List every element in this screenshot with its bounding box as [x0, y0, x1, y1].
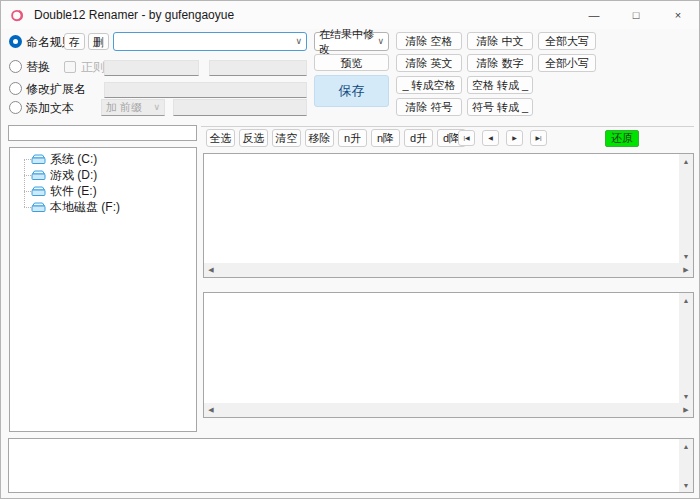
- scope-dropdown-value: 在结果中修改: [319, 27, 377, 57]
- scroll-right-button[interactable]: ▶: [679, 403, 693, 417]
- list-toolbar: 全选反选清空移除n升n降d升d降: [206, 129, 466, 147]
- quick-action-button[interactable]: _ 转成空格: [396, 76, 462, 94]
- vertical-scrollbar[interactable]: ▲ ▼: [679, 154, 693, 263]
- file-list-preview[interactable]: ▲ ▼ ◀ ▶: [203, 292, 694, 418]
- tree-item-drive[interactable]: 系统 (C:): [10, 151, 196, 167]
- app-icon: [11, 8, 26, 23]
- modify-extension-radio[interactable]: [9, 82, 22, 95]
- list-toolbar-button[interactable]: 全选: [206, 129, 235, 147]
- drive-icon: [31, 202, 46, 213]
- list-toolbar-button[interactable]: n升: [338, 129, 367, 147]
- quick-actions-col3: 全部大写全部小写: [538, 32, 596, 72]
- drive-icon: [31, 186, 46, 197]
- restore-button[interactable]: 还原: [605, 130, 639, 147]
- scroll-left-button[interactable]: ◀: [204, 263, 218, 277]
- scroll-up-button[interactable]: ▲: [679, 154, 693, 168]
- maximize-button[interactable]: □: [615, 1, 657, 29]
- minimize-icon: —: [589, 9, 600, 21]
- close-icon: ×: [675, 9, 681, 21]
- replace-label: 替换: [26, 60, 50, 74]
- add-text-radio[interactable]: [9, 101, 22, 114]
- chevron-down-icon: ∨: [377, 37, 384, 46]
- app-window: Double12 Renamer - by gufengaoyue — □ × …: [0, 0, 700, 499]
- maximize-icon: □: [633, 9, 640, 21]
- nav-prev-button[interactable]: ◀: [482, 130, 499, 146]
- naming-rule-radio[interactable]: [9, 35, 22, 48]
- quick-action-button[interactable]: 清除 英文: [396, 54, 462, 72]
- delete-rule-button[interactable]: 删: [88, 33, 109, 50]
- scroll-right-button[interactable]: ▶: [679, 263, 693, 277]
- prefix-dropdown[interactable]: 加 前缀 ∨: [101, 99, 165, 116]
- drive-label: 系统 (C:): [50, 151, 97, 168]
- drive-label: 软件 (E:): [50, 183, 97, 200]
- prefix-dropdown-value: 加 前缀: [106, 100, 142, 115]
- vertical-scrollbar[interactable]: ▲ ▼: [679, 439, 693, 492]
- add-text-field[interactable]: [173, 99, 307, 116]
- scroll-down-button[interactable]: ▼: [679, 389, 693, 403]
- list-toolbar-button[interactable]: 清空: [272, 129, 301, 147]
- chevron-down-icon: ∨: [153, 103, 160, 112]
- scroll-up-button[interactable]: ▲: [679, 293, 693, 307]
- nav-last-button[interactable]: ▶|: [530, 130, 547, 146]
- list-toolbar-button[interactable]: n降: [371, 129, 400, 147]
- quick-actions-col2: 清除 中文清除 数字空格 转成 _符号 转成 _: [467, 32, 533, 116]
- rule-combobox[interactable]: ∨: [113, 32, 307, 51]
- scroll-up-button[interactable]: ▲: [679, 439, 693, 453]
- regex-checkbox[interactable]: [64, 61, 76, 73]
- tree-filter-input[interactable]: [8, 125, 197, 141]
- replace-find-field[interactable]: [104, 60, 199, 76]
- tree-item-drive[interactable]: 游戏 (D:): [10, 167, 196, 183]
- scroll-down-button[interactable]: ▼: [679, 249, 693, 263]
- list-toolbar-button[interactable]: d升: [404, 129, 433, 147]
- save-button[interactable]: 保存: [314, 75, 389, 107]
- drive-icon: [31, 170, 46, 181]
- folder-tree: 系统 (C:) 游戏 (D:) 软件 (E:): [9, 147, 197, 432]
- minimize-button[interactable]: —: [573, 1, 615, 29]
- horizontal-scrollbar[interactable]: ◀ ▶: [204, 263, 693, 277]
- nav-next-button[interactable]: ▶: [506, 130, 523, 146]
- window-controls: — □ ×: [573, 1, 699, 29]
- quick-action-button[interactable]: 清除 空格: [396, 32, 462, 50]
- chevron-down-icon: ∨: [295, 37, 302, 46]
- scroll-left-button[interactable]: ◀: [204, 403, 218, 417]
- preview-button[interactable]: 预览: [314, 54, 389, 71]
- modify-extension-label: 修改扩展名: [26, 82, 86, 96]
- horizontal-scrollbar[interactable]: ◀ ▶: [204, 403, 693, 417]
- add-text-label: 添加文本: [26, 101, 74, 115]
- list-toolbar-button[interactable]: 移除: [305, 129, 334, 147]
- quick-action-button[interactable]: 空格 转成 _: [467, 76, 533, 94]
- close-button[interactable]: ×: [657, 1, 699, 29]
- separator: [201, 126, 694, 127]
- regex-label: 正则: [81, 60, 105, 74]
- log-output-box[interactable]: ▲ ▼: [8, 438, 694, 493]
- scroll-down-button[interactable]: ▼: [679, 478, 693, 492]
- nav-first-button[interactable]: |◀: [458, 130, 475, 146]
- extension-field[interactable]: [104, 82, 307, 98]
- replace-radio[interactable]: [9, 60, 22, 73]
- drive-label: 游戏 (D:): [50, 167, 97, 184]
- quick-action-button[interactable]: 清除 符号: [396, 98, 462, 116]
- quick-action-button[interactable]: 清除 数字: [467, 54, 533, 72]
- list-toolbar-button[interactable]: 反选: [239, 129, 268, 147]
- window-title: Double12 Renamer - by gufengaoyue: [34, 8, 234, 22]
- nav-buttons: |◀ ◀ ▶ ▶|: [458, 130, 547, 146]
- drive-label: 本地磁盘 (F:): [50, 199, 120, 216]
- quick-action-button[interactable]: 全部小写: [538, 54, 596, 72]
- replace-with-field[interactable]: [209, 60, 307, 76]
- quick-action-button[interactable]: 清除 中文: [467, 32, 533, 50]
- title-bar: Double12 Renamer - by gufengaoyue — □ ×: [1, 1, 699, 29]
- tree-item-drive[interactable]: 本地磁盘 (F:): [10, 199, 196, 215]
- vertical-scrollbar[interactable]: ▲ ▼: [679, 293, 693, 403]
- quick-actions-col1: 清除 空格清除 英文_ 转成空格清除 符号: [396, 32, 462, 116]
- quick-action-button[interactable]: 符号 转成 _: [467, 98, 533, 116]
- scope-dropdown[interactable]: 在结果中修改 ∨: [314, 32, 389, 51]
- store-rule-button[interactable]: 存: [64, 33, 85, 50]
- drive-icon: [31, 154, 46, 165]
- tree-item-drive[interactable]: 软件 (E:): [10, 183, 196, 199]
- quick-action-button[interactable]: 全部大写: [538, 32, 596, 50]
- file-list-original[interactable]: ▲ ▼ ◀ ▶: [203, 153, 694, 278]
